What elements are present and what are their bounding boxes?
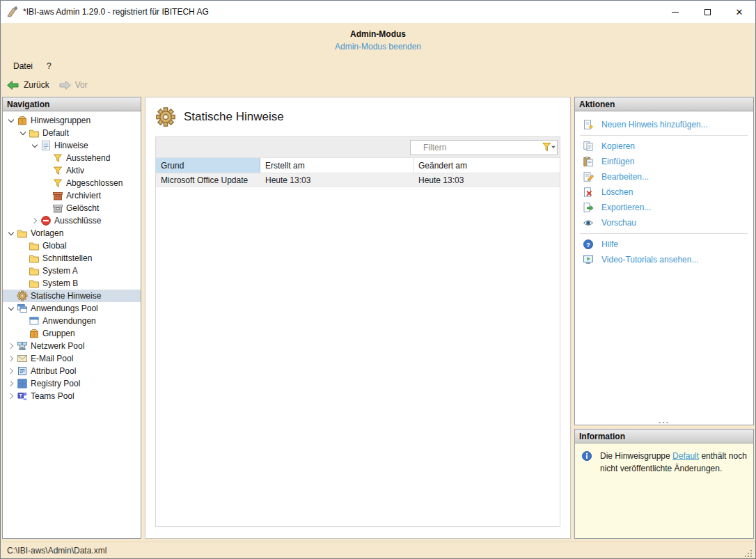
column-header-grund[interactable]: Grund xyxy=(156,158,260,173)
table-row[interactable]: Microsoft Office UpdateHeute 13:03Heute … xyxy=(156,173,560,187)
twisty-spacer xyxy=(41,153,52,164)
tree-item-label: Hinweisgruppen xyxy=(31,116,95,125)
tree-item-aktiv[interactable]: Aktiv xyxy=(3,164,141,177)
tree-item-system-a[interactable]: System A xyxy=(3,265,141,277)
delete-icon xyxy=(583,187,594,198)
tree-item-label: Schnittstellen xyxy=(42,253,96,263)
tree-item-teams-pool[interactable]: TTeams Pool xyxy=(3,390,141,402)
tree-item-anwendungs-pool[interactable]: Anwendungs Pool xyxy=(3,302,141,315)
twisty-spacer xyxy=(17,329,28,339)
action-label[interactable]: Video-Tutorials ansehen... xyxy=(601,255,698,265)
default-group-link[interactable]: Default xyxy=(672,451,699,461)
action-label[interactable]: Exportieren... xyxy=(601,203,651,212)
forward-button[interactable]: Vor xyxy=(58,80,88,90)
back-button[interactable]: Zurück xyxy=(6,80,49,90)
column-header-geaendert-am[interactable]: Geändert am xyxy=(414,158,560,173)
close-button[interactable]: ✕ xyxy=(723,1,755,23)
resize-grip-icon[interactable] xyxy=(743,549,753,558)
add-note-icon xyxy=(583,119,594,130)
tree-item-label: Teams Pool xyxy=(31,391,79,401)
toolbar: Zurück Vor xyxy=(1,74,755,95)
chevron-down-icon[interactable] xyxy=(29,141,40,151)
filter-funnel-icon[interactable] xyxy=(542,142,557,153)
chevron-down-icon[interactable] xyxy=(6,304,16,314)
edit-icon xyxy=(583,171,594,182)
admin-mode-exit-link[interactable]: Admin-Modus beenden xyxy=(335,42,421,52)
admin-mode-banner: Admin-Modus Admin-Modus beenden xyxy=(1,23,755,58)
chevron-right-icon[interactable] xyxy=(6,379,16,389)
tree-item-netzwerk-pool[interactable]: Netzwerk Pool xyxy=(3,340,141,352)
action-vorschau[interactable]: Vorschau xyxy=(575,215,753,230)
information-body: Die Hinweisgruppe Default enthält noch n… xyxy=(575,443,753,538)
registry-icon xyxy=(17,378,28,389)
menu-datei[interactable]: Datei xyxy=(8,60,38,72)
tree-item-schnittstellen[interactable]: Schnittstellen xyxy=(3,252,141,265)
chevron-right-icon[interactable] xyxy=(6,341,16,352)
minimize-icon xyxy=(672,12,679,13)
navigation-tree: HinweisgruppenDefaultHinweiseAusstehendA… xyxy=(3,111,141,402)
action-exportieren[interactable]: Exportieren... xyxy=(575,200,753,215)
menu-help[interactable]: ? xyxy=(41,60,57,72)
tree-item-attribut-pool[interactable]: Attribut Pool xyxy=(3,365,141,377)
action-label[interactable]: Einfügen xyxy=(601,157,634,166)
content-area: Navigation HinweisgruppenDefaultHinweise… xyxy=(1,95,755,542)
gear-icon xyxy=(155,107,176,127)
action-neuen-hinweis-hinzufuegen[interactable]: Neuen Hinweis hinzufügen... xyxy=(575,117,753,132)
maximize-button[interactable] xyxy=(691,1,723,23)
network-icon xyxy=(17,340,28,352)
action-bearbeiten[interactable]: Bearbeiten... xyxy=(575,169,753,184)
tree-item-global[interactable]: Global xyxy=(3,239,141,252)
tree-item-abgeschlossen[interactable]: Abgeschlossen xyxy=(3,177,141,189)
table-cell: Heute 13:03 xyxy=(414,173,560,187)
tree-item-e-mail-pool[interactable]: E-Mail Pool xyxy=(3,352,141,365)
table-body: Microsoft Office UpdateHeute 13:03Heute … xyxy=(156,173,560,187)
tree-item-label: Ausschlüsse xyxy=(54,216,105,226)
action-kopieren[interactable]: Kopieren xyxy=(575,139,753,154)
tree-item-geloescht[interactable]: Gelöscht xyxy=(3,202,141,214)
action-video-tutorials-ansehen[interactable]: Video-Tutorials ansehen... xyxy=(575,252,753,267)
app-icon xyxy=(6,6,19,18)
tree-item-statische-hinweise[interactable]: Statische Hinweise xyxy=(3,290,141,302)
filter-bar xyxy=(156,137,560,158)
chevron-down-icon[interactable] xyxy=(17,128,28,139)
chevron-down-icon[interactable] xyxy=(6,116,16,126)
chevron-right-icon[interactable] xyxy=(6,366,16,377)
chevron-right-icon[interactable] xyxy=(6,354,16,364)
action-label[interactable]: Neuen Hinweis hinzufügen... xyxy=(601,120,708,129)
package-icon xyxy=(17,115,28,126)
list-icon xyxy=(40,140,52,151)
tree-item-label: Ausstehend xyxy=(66,153,114,163)
action-label[interactable]: Kopieren xyxy=(601,141,635,151)
action-label[interactable]: Hilfe xyxy=(601,239,618,249)
action-hilfe[interactable]: ?Hilfe xyxy=(575,237,753,252)
action-label[interactable]: Löschen xyxy=(601,187,633,197)
folder-icon xyxy=(29,265,40,276)
tree-item-registry-pool[interactable]: Registry Pool xyxy=(3,377,141,390)
tree-item-anwendungen[interactable]: Anwendungen xyxy=(3,315,141,327)
preview-icon xyxy=(583,217,594,228)
action-label[interactable]: Vorschau xyxy=(601,218,636,228)
action-label[interactable]: Bearbeiten... xyxy=(601,172,649,182)
tree-item-label: Archiviert xyxy=(66,191,105,200)
tree-item-vorlagen[interactable]: Vorlagen xyxy=(3,227,141,239)
tree-item-hinweisgruppen[interactable]: Hinweisgruppen xyxy=(3,114,141,127)
chevron-right-icon[interactable] xyxy=(29,216,40,226)
back-button-label: Zurück xyxy=(24,80,49,90)
tree-item-ausstehend[interactable]: Ausstehend xyxy=(3,152,141,164)
tree-item-archiviert[interactable]: Archiviert xyxy=(3,189,141,202)
chevron-down-icon[interactable] xyxy=(6,228,16,239)
column-header-erstellt-am[interactable]: Erstellt am xyxy=(260,158,414,173)
tree-item-gruppen[interactable]: Gruppen xyxy=(3,327,141,340)
tree-item-default[interactable]: Default xyxy=(3,127,141,139)
tree-item-system-b[interactable]: System B xyxy=(3,277,141,290)
action-loeschen[interactable]: Löschen xyxy=(575,184,753,200)
tree-item-label: Gelöscht xyxy=(66,203,103,213)
tree-item-hinweise[interactable]: Hinweise xyxy=(3,139,141,152)
minimize-button[interactable] xyxy=(659,1,691,23)
action-einfuegen[interactable]: Einfügen xyxy=(575,154,753,169)
actions-overflow[interactable]: ... xyxy=(575,417,753,425)
maximize-icon xyxy=(704,9,711,15)
filter-input[interactable] xyxy=(411,143,542,152)
chevron-right-icon[interactable] xyxy=(6,391,16,402)
tree-item-ausschluesse[interactable]: Ausschlüsse xyxy=(3,214,141,227)
